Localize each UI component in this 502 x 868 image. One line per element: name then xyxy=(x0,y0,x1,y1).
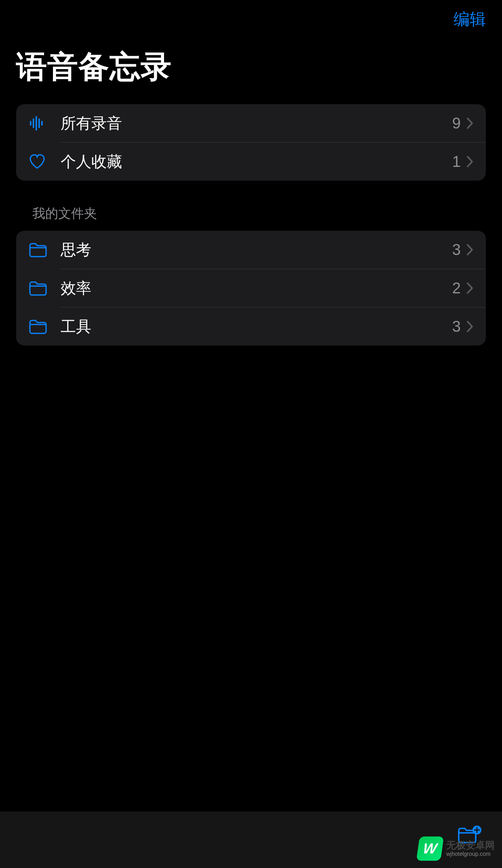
chevron-right-icon xyxy=(466,117,474,129)
watermark-logo: W xyxy=(416,836,444,861)
watermark-text: 无极安卓网 wjhotelgroup.com xyxy=(446,840,495,857)
list-item-count: 2 xyxy=(452,280,461,297)
page-title: 语音备忘录 xyxy=(0,34,502,104)
list-item-count: 3 xyxy=(452,241,461,259)
chevron-right-icon xyxy=(466,282,474,294)
list-item-label: 思考 xyxy=(61,240,452,260)
folders-list-group: 思考 3 效率 2 工具 3 xyxy=(16,231,486,346)
edit-button[interactable]: 编辑 xyxy=(453,8,486,30)
folder-item[interactable]: 思考 3 xyxy=(16,231,486,269)
list-item-label: 效率 xyxy=(61,278,452,299)
svg-rect-2 xyxy=(36,116,37,131)
folder-item[interactable]: 工具 3 xyxy=(16,308,486,346)
chevron-right-icon xyxy=(466,320,474,333)
svg-rect-0 xyxy=(30,121,32,126)
svg-rect-4 xyxy=(41,121,43,126)
nav-bar: 编辑 xyxy=(0,0,502,34)
waveform-icon xyxy=(28,114,61,132)
chevron-right-icon xyxy=(466,244,474,256)
list-item-count: 9 xyxy=(452,115,461,132)
folder-icon xyxy=(28,318,61,335)
all-recordings-item[interactable]: 所有录音 9 xyxy=(16,104,486,142)
smart-list-group: 所有录音 9 个人收藏 1 xyxy=(16,104,486,181)
my-folders-header: 我的文件夹 xyxy=(0,205,502,231)
list-item-label: 工具 xyxy=(61,316,452,337)
watermark-sub: wjhotelgroup.com xyxy=(446,851,495,857)
folder-icon xyxy=(28,242,61,258)
svg-rect-1 xyxy=(33,118,34,128)
heart-icon xyxy=(28,153,61,171)
watermark-main: 无极安卓网 xyxy=(446,840,495,851)
chevron-right-icon xyxy=(466,156,474,168)
folder-icon xyxy=(28,280,61,296)
watermark: W 无极安卓网 wjhotelgroup.com xyxy=(418,836,495,861)
list-item-count: 1 xyxy=(452,153,461,171)
favorites-item[interactable]: 个人收藏 1 xyxy=(16,143,486,181)
list-item-label: 个人收藏 xyxy=(61,152,452,172)
list-item-label: 所有录音 xyxy=(61,113,452,134)
list-item-count: 3 xyxy=(452,318,461,335)
folder-item[interactable]: 效率 2 xyxy=(16,269,486,307)
svg-rect-3 xyxy=(38,118,40,128)
